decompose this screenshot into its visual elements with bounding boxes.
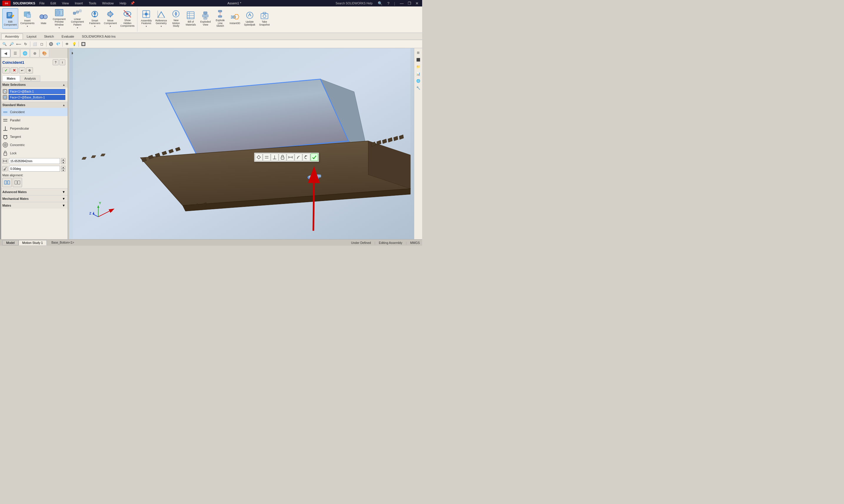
mates-section-header[interactable]: Mates ▼ xyxy=(0,202,68,209)
statusbar-tab-model[interactable]: Model xyxy=(2,240,19,246)
hide-show-button[interactable]: 👁 xyxy=(64,41,70,47)
instant3d-button[interactable]: 3D Instant3D xyxy=(228,8,242,29)
popup-lock-button[interactable] xyxy=(279,154,286,161)
tab-solidworks-addins[interactable]: SOLIDWORKS Add-Ins xyxy=(78,34,119,39)
popup-parallel-button[interactable] xyxy=(263,154,270,161)
panel-tab-display[interactable]: ⊕ xyxy=(30,49,39,57)
popup-angle-button[interactable] xyxy=(294,154,302,161)
minimize-button[interactable]: — xyxy=(399,1,405,5)
tab-assembly[interactable]: Assembly xyxy=(1,34,23,39)
mate-tab-analysis[interactable]: Analysis xyxy=(20,75,40,82)
right-panel-btn-6[interactable]: 🔧 xyxy=(415,85,421,91)
show-hidden-button[interactable]: ShowHiddenComponents xyxy=(119,8,136,29)
panel-tab-appearances[interactable]: 🎨 xyxy=(40,49,49,57)
panel-tab-feature-tree[interactable]: ◀ xyxy=(1,49,10,57)
help-button[interactable]: ? xyxy=(386,1,390,5)
mate-rotate-button[interactable]: ↩ xyxy=(19,67,25,73)
mate-alignment-anti-aligned-button[interactable] xyxy=(13,178,22,187)
mate-selection-field-1[interactable]: Face<1>@Back-1 xyxy=(8,89,65,94)
mate-selection-field-2[interactable]: Face<2>@Base_Bottom-1 xyxy=(8,95,65,100)
distance-input[interactable]: 15.65359942mm xyxy=(9,158,60,164)
angle-spin-up[interactable]: ▲ xyxy=(61,166,65,169)
right-panel-btn-3[interactable]: 📁 xyxy=(415,64,421,70)
popup-perpendicular-button[interactable] xyxy=(271,154,278,161)
zoom-to-fit-button[interactable]: 🔍 xyxy=(1,41,8,47)
mate-button[interactable]: Mate xyxy=(36,8,51,29)
mate-tangent[interactable]: Tangent xyxy=(0,132,68,141)
mate-concentric[interactable]: Concentric xyxy=(0,141,68,149)
insert-components-button[interactable]: InsertComponents ▼ xyxy=(19,8,36,29)
mate-perpendicular[interactable]: Perpendicular xyxy=(0,124,68,132)
bill-of-materials-button[interactable]: Bill ofMaterials xyxy=(184,8,198,29)
titlebar-menu-window[interactable]: Window xyxy=(100,1,115,5)
titlebar-menu-edit[interactable]: Edit xyxy=(49,1,58,5)
distance-spin-down[interactable]: ▼ xyxy=(61,161,65,164)
angle-spin-down[interactable]: ▼ xyxy=(61,169,65,172)
distance-spinner[interactable]: ▲ ▼ xyxy=(61,158,65,164)
angle-input[interactable]: 0.00deg xyxy=(9,166,60,172)
popup-coincident-button[interactable] xyxy=(255,154,262,161)
move-component-button[interactable]: MoveComponent ▼ xyxy=(102,8,118,29)
mate-selections-header[interactable]: Mate Selections ▲ xyxy=(0,82,68,88)
update-speedpak-button[interactable]: UpdateSpeedpak xyxy=(242,8,257,29)
lighting-button[interactable]: 💡 xyxy=(71,41,77,47)
edit-component-button[interactable]: EditComponent xyxy=(2,8,18,29)
apply-scene-button[interactable]: 🔲 xyxy=(80,41,86,47)
linear-pattern-button[interactable]: Linear ComponentPattern ▼ xyxy=(68,8,87,29)
view-orientation-button[interactable]: ◻ xyxy=(38,41,45,47)
exploded-view-button[interactable]: ExplodedView xyxy=(198,8,212,29)
standard-mates-header[interactable]: Standard Mates ▲ xyxy=(0,102,68,108)
popup-undo-button[interactable] xyxy=(303,154,310,161)
mechanical-mates-header[interactable]: Mechanical Mates ▼ xyxy=(0,195,68,202)
coincident-info-button[interactable]: i xyxy=(59,59,65,65)
viewport[interactable]: ▶ A Assem1 (Default<Display... ✓ ✕ xyxy=(69,48,414,239)
titlebar-menu-view[interactable]: View xyxy=(60,1,71,5)
take-snapshot-button[interactable]: TakeSnapshot xyxy=(257,8,272,29)
popup-confirm-button[interactable] xyxy=(310,154,318,161)
titlebar-menu-file[interactable]: File xyxy=(38,1,47,5)
previous-view-button[interactable]: ⟵ xyxy=(15,41,22,47)
panel-tab-properties[interactable]: ☰ xyxy=(11,49,20,57)
tab-sketch[interactable]: Sketch xyxy=(40,34,58,39)
mate-options-button[interactable]: ⚙ xyxy=(26,67,33,73)
statusbar-tab-motion-study[interactable]: Motion Study 1 xyxy=(19,240,47,246)
angle-spinner[interactable]: ▲ ▼ xyxy=(61,166,65,172)
explode-line-label: ExplodeLineSketch xyxy=(216,19,225,27)
mate-lock[interactable]: Lock xyxy=(0,149,68,157)
smart-fasteners-button[interactable]: SmartFasteners ▼ xyxy=(88,8,102,29)
mate-cancel-button[interactable]: ✕ xyxy=(11,67,18,73)
close-button[interactable]: ✕ xyxy=(414,1,420,5)
tab-evaluate[interactable]: Evaluate xyxy=(58,34,78,39)
right-panel-btn-1[interactable]: ⊞ xyxy=(415,49,421,56)
explode-line-button[interactable]: ExplodeLineSketch xyxy=(213,8,227,29)
panel-tab-config[interactable]: 🌐 xyxy=(20,49,30,57)
restore-button[interactable]: ❐ xyxy=(407,1,412,5)
rotate-button[interactable]: ↻ xyxy=(22,41,29,47)
titlebar-menu-insert[interactable]: Insert xyxy=(73,1,85,5)
right-panel-btn-5[interactable]: 🌐 xyxy=(415,77,421,84)
mate-confirm-button[interactable]: ✓ xyxy=(2,67,10,73)
mate-alignment-aligned-button[interactable] xyxy=(2,178,12,187)
assembly-features-button[interactable]: AssemblyFeatures ▼ xyxy=(139,8,153,29)
zoom-area-button[interactable]: 🔎 xyxy=(8,41,15,47)
titlebar-menu-tools[interactable]: Tools xyxy=(87,1,98,5)
advanced-mates-header[interactable]: Advanced Mates ▼ xyxy=(0,189,68,195)
mate-tab-mates[interactable]: Mates xyxy=(2,75,20,82)
popup-distance-button[interactable] xyxy=(287,154,294,161)
search-icon[interactable]: 🔍 xyxy=(376,1,384,6)
mate-coincident[interactable]: Coincident xyxy=(0,108,68,116)
right-panel-btn-2[interactable]: ⬛ xyxy=(415,56,421,63)
mate-parallel[interactable]: Parallel xyxy=(0,116,68,124)
reference-geometry-button[interactable]: ReferenceGeometry ▼ xyxy=(154,8,168,29)
display-style-button[interactable]: 🔘 xyxy=(48,41,54,47)
tab-layout[interactable]: Layout xyxy=(23,34,40,39)
titlebar-menu-help[interactable]: Help xyxy=(118,1,128,5)
preview-window-button[interactable]: ComponentPreviewWindow ▼ xyxy=(51,8,67,29)
right-panel-btn-4[interactable]: 📊 xyxy=(415,71,421,77)
section-view-button[interactable]: ⬜ xyxy=(32,41,38,47)
distance-spin-up[interactable]: ▲ xyxy=(61,158,65,161)
new-motion-study-button[interactable]: NewMotionStudy xyxy=(169,8,183,29)
appearances-button[interactable]: 💎 xyxy=(55,41,61,47)
coincident-help-button[interactable]: ? xyxy=(53,59,58,65)
panel-resize-handle[interactable] xyxy=(0,48,1,239)
